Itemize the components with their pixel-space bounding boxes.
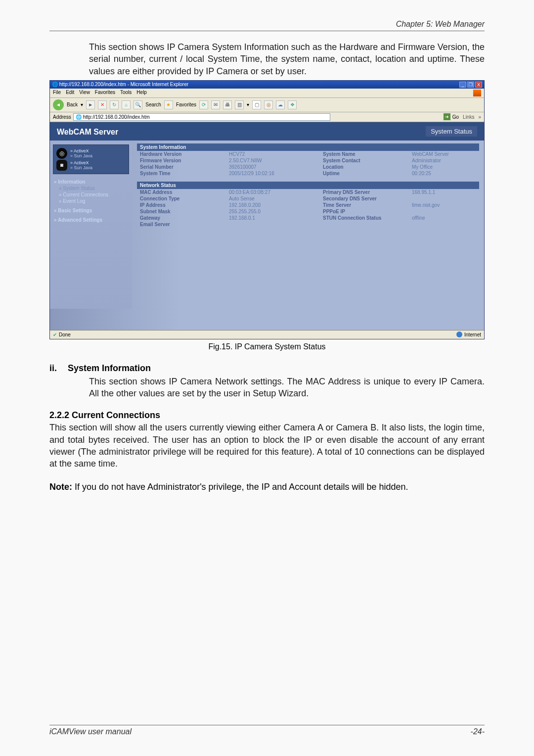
address-field[interactable]: 🌐 http://192.168.0.200/index.htm (73, 113, 330, 121)
links-label[interactable]: Links (463, 114, 474, 120)
label-pppoe: PPPoE IP (323, 209, 407, 214)
val-gw: 192.168.0.1 (229, 215, 318, 221)
label-pdns: Primary DNS Server (323, 189, 407, 195)
status-done: Done (59, 332, 71, 337)
history-icon[interactable]: ⟳ (199, 100, 208, 109)
note-label: Note: (49, 482, 72, 492)
nav-basic-settings[interactable]: » Basic Settings (53, 208, 129, 213)
menu-item-favorites[interactable]: Favorites (95, 90, 115, 96)
camera-a-icon[interactable]: ◎ (56, 148, 67, 159)
tool-icon-5[interactable]: ❖ (288, 100, 297, 109)
label-ip: IP Address (140, 202, 224, 208)
page-footer: iCAMView user manual -24- (49, 725, 485, 736)
nav-current-connections[interactable]: » Current Connections (53, 192, 129, 197)
val-uptime: 00:20:25 (412, 171, 476, 176)
label-contact: System Contact (323, 158, 407, 163)
window-maximize-button[interactable]: ❐ (467, 82, 474, 88)
camera-b-activex[interactable]: » ActiveX (70, 160, 92, 165)
sidebar: ◎ » ActiveX » Sun Java ◙ » ActiveX » Sun… (50, 141, 132, 309)
window-minimize-button[interactable]: _ (459, 82, 466, 88)
print-icon[interactable]: 🖶 (223, 100, 232, 109)
val-hw: HCV72 (229, 151, 318, 157)
home-button[interactable]: ⌂ (122, 100, 131, 109)
globe-icon (456, 331, 462, 337)
nav-information[interactable]: » Information (53, 179, 129, 185)
mail-icon[interactable]: ✉ (211, 100, 220, 109)
section-ii-header: ii. System Information (49, 363, 485, 374)
val-ts: time.nist.gov (412, 202, 476, 208)
val-sn: 3926100007 (229, 164, 318, 170)
network-status-head: Network Status (137, 182, 479, 189)
webcam-header: WebCAM Server System Status (50, 122, 484, 141)
label-sm: Subnet Mask (140, 209, 224, 214)
refresh-button[interactable]: ↻ (110, 100, 119, 109)
go-label: Go (452, 114, 459, 120)
camera-a-activex[interactable]: » ActiveX (70, 148, 92, 153)
nav-system-status[interactable]: » System Status (53, 186, 129, 191)
label-gw: Gateway (140, 215, 224, 221)
section-ii-body: This section shows IP Camera Network set… (89, 376, 485, 400)
search-label[interactable]: Search (145, 102, 161, 107)
note-paragraph: Note: If you do not have Administrator's… (49, 481, 485, 493)
val-st: 2005/12/29 10:02:16 (229, 171, 318, 176)
figure-caption: Fig.15. IP Camera System Status (49, 342, 485, 351)
titlebar-text: 🌐 http://192.168.0.200/index.htm - Micro… (52, 82, 188, 87)
address-bar: Address 🌐 http://192.168.0.200/index.htm… (50, 112, 484, 122)
favorites-label[interactable]: Favorites (176, 102, 196, 107)
val-mac: 00:03:EA:03:0B:27 (229, 189, 318, 195)
tool-icon-4[interactable]: ☁ (276, 100, 285, 109)
go-button[interactable]: ➜ (444, 113, 450, 120)
tool-icon-1[interactable]: ▥ (235, 100, 244, 109)
system-information-head: System Information (137, 143, 479, 151)
favorites-icon[interactable]: ★ (164, 100, 173, 109)
camera-a-sunjava[interactable]: » Sun Java (70, 153, 92, 158)
back-button[interactable]: ◄ (53, 99, 64, 110)
label-sn: Serial Number (140, 164, 224, 170)
camera-b-sunjava[interactable]: » Sun Java (70, 165, 92, 170)
tool-icon-2[interactable]: ▢ (252, 100, 261, 109)
val-fw: 2.50.CV7.N8W (229, 158, 318, 163)
system-status-title: System Status (426, 126, 477, 137)
val-ct: Auto Sense (229, 196, 318, 201)
val-pdns: 168.95.1.1 (412, 189, 476, 195)
camera-b-icon[interactable]: ◙ (56, 160, 67, 171)
section-222-body: This section will show all the users cur… (49, 422, 485, 470)
header-divider (49, 31, 485, 31)
page-content: WebCAM Server System Status ◎ » ActiveX … (50, 122, 484, 330)
address-label: Address (53, 114, 71, 120)
menu-item-edit[interactable]: Edit (66, 90, 74, 96)
address-value: http://192.168.0.200/index.htm (83, 114, 150, 120)
webcam-title: WebCAM Server (57, 128, 118, 137)
label-ts: Time Server (323, 202, 407, 208)
section-222-title: 2.2.2 Current Connections (49, 410, 485, 421)
window-close-button[interactable]: X (475, 82, 482, 88)
forward-button[interactable]: ► (86, 100, 95, 109)
intro-paragraph: This section shows IP Camera System Info… (89, 41, 485, 77)
tool-icon-3[interactable]: ◎ (264, 100, 273, 109)
label-es: Email Server (140, 222, 224, 227)
titlebar: 🌐 http://192.168.0.200/index.htm - Micro… (50, 81, 484, 89)
label-st: System Time (140, 171, 224, 176)
section-ii-num: ii. (49, 363, 57, 374)
search-icon[interactable]: 🔍 (134, 100, 142, 109)
menu-item-file[interactable]: File (53, 90, 61, 96)
chapter-header: Chapter 5: Web Manager (49, 20, 485, 29)
footer-left: iCAMView user manual (49, 727, 132, 736)
nav-event-log[interactable]: » Event Log (53, 198, 129, 204)
note-body: If you do not have Administrator's privi… (72, 482, 408, 492)
val-contact: Administrator (412, 158, 476, 163)
menu-item-help[interactable]: Help (136, 90, 147, 96)
val-name: WebCAM Server (412, 151, 476, 157)
status-internet: Internet (464, 332, 481, 337)
menu-item-view[interactable]: View (79, 90, 90, 96)
label-uptime: Uptime (323, 171, 407, 176)
stop-button[interactable]: ✕ (98, 100, 107, 109)
nav-advanced-settings[interactable]: » Advanced Settings (53, 217, 129, 223)
val-ip: 192.168.0.200 (229, 202, 318, 208)
menu-bar: File Edit View Favorites Tools Help (50, 89, 484, 98)
val-stun: offline (412, 215, 476, 221)
ie-logo (473, 90, 481, 96)
menu-item-tools[interactable]: Tools (120, 90, 132, 96)
label-hw: Hardware Version (140, 151, 224, 157)
back-label: Back (67, 102, 78, 107)
